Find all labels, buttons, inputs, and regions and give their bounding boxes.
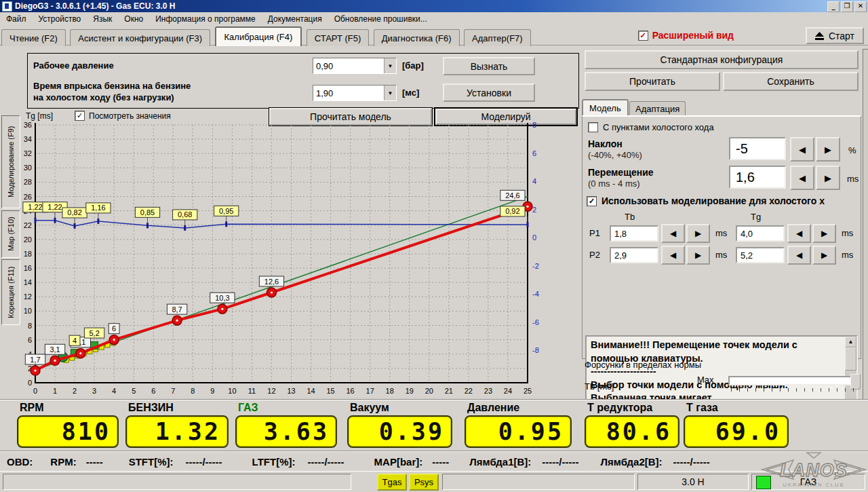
tb-max-slider-track[interactable] xyxy=(728,376,860,385)
close-button[interactable]: ✕ xyxy=(854,1,867,12)
slope-decrease-button[interactable]: ◀ xyxy=(790,137,814,162)
gauge-bar: RPM 810 БЕНЗИН 1.32 ГАЗ 3.63 Вакуум 0.39… xyxy=(0,399,868,451)
slope-increase-button[interactable]: ▶ xyxy=(816,137,840,162)
idle-points-label: С пунктами холостого хода xyxy=(603,122,714,132)
p2-tg-increase-button[interactable]: ▶ xyxy=(812,246,836,265)
p1-tb-input[interactable] xyxy=(610,225,658,242)
chevron-down-icon[interactable]: ▼ xyxy=(384,86,396,100)
shift-input[interactable] xyxy=(729,166,786,189)
svg-text:21: 21 xyxy=(445,387,453,395)
standard-config-button[interactable]: Стандартная конфигурация xyxy=(585,50,859,69)
slope-label: Наклон xyxy=(588,138,623,149)
gauge-reducer-temp: Т редуктора 80.6 xyxy=(585,402,679,448)
svg-text:1,16: 1,16 xyxy=(91,204,105,212)
menu-firmware-update[interactable]: Обновление прошивки... xyxy=(328,13,433,25)
tab-reading[interactable]: Чтение (F2) xyxy=(1,29,66,46)
p1-tg-decrease-button[interactable]: ◀ xyxy=(787,224,811,243)
tab-model[interactable]: Модель xyxy=(582,99,629,116)
eject-icon xyxy=(815,32,824,40)
svg-text:0: 0 xyxy=(28,379,32,387)
working-pressure-input[interactable] xyxy=(313,58,384,73)
shift-unit-label: ms xyxy=(847,174,859,184)
fuel-mode-label: ГАЗ xyxy=(800,476,816,487)
svg-text:25: 25 xyxy=(524,387,532,395)
menu-about[interactable]: Информация о программе xyxy=(149,13,262,25)
svg-text:12: 12 xyxy=(24,292,32,301)
calibration-chart[interactable]: 0246810121416182022242628303234360123456… xyxy=(20,121,559,398)
read-button[interactable]: Прочитать xyxy=(585,72,720,91)
gauge-gas: ГАЗ 3.63 xyxy=(235,402,337,448)
gauge-gas-temp: Т газа 69.0 xyxy=(684,402,789,448)
p1-tb-increase-button[interactable]: ▶ xyxy=(686,224,710,243)
fuel-mode-cell: ГАЗ xyxy=(751,474,865,490)
menu-docs[interactable]: Документация xyxy=(262,13,328,25)
model-panel: Стандартная конфигурация Прочитать Сохра… xyxy=(580,49,868,399)
side-tab-modeling[interactable]: Моделирование (F9) xyxy=(1,115,20,208)
svg-text:8: 8 xyxy=(28,322,32,330)
svg-text:11: 11 xyxy=(248,387,256,395)
recall-button[interactable]: Вызнать xyxy=(443,57,535,75)
p2-tb-decrease-button[interactable]: ◀ xyxy=(661,246,685,265)
tgas-button[interactable]: Tgas xyxy=(377,474,407,491)
p1-tg-input[interactable] xyxy=(736,225,785,242)
p2-tg-decrease-button[interactable]: ◀ xyxy=(787,246,811,265)
svg-text:0,68: 0,68 xyxy=(178,210,192,219)
side-tab-map[interactable]: Map (F10) xyxy=(1,210,20,258)
window-title: DiegoG3 - 3.0.6.1 (+1.45) - Gas ECU: 3.0… xyxy=(15,1,175,11)
tab-adapter[interactable]: Адаптер(F7) xyxy=(464,29,531,46)
menu-file[interactable]: Файл xyxy=(0,13,33,25)
extended-view-checkbox[interactable]: ✓ xyxy=(638,31,648,41)
save-button[interactable]: Сохранить xyxy=(723,72,859,91)
tab-assistant[interactable]: Асистент и конфигурации (F3) xyxy=(70,29,210,46)
menu-window[interactable]: Окно xyxy=(118,13,149,25)
svg-text:5: 5 xyxy=(132,387,136,395)
injection-unit-label: [мс] xyxy=(402,88,419,98)
use-modeling-checkbox[interactable]: ✓ xyxy=(587,196,597,206)
tab-diagnostics[interactable]: Диагностика (F6) xyxy=(374,29,460,46)
maximize-button[interactable]: ❐ xyxy=(841,1,853,12)
svg-text:10: 10 xyxy=(228,387,236,395)
p1-tg-increase-button[interactable]: ▶ xyxy=(812,224,836,243)
tab-start[interactable]: СТАРТ (F5) xyxy=(307,29,370,46)
settings-button[interactable]: Установки xyxy=(443,83,535,102)
svg-text:6: 6 xyxy=(28,336,32,344)
menu-bar: Файл Устройство Язык Окно Информация о п… xyxy=(0,12,868,26)
tab-calibration[interactable]: Калибрация (F4) xyxy=(215,26,302,46)
svg-text:17: 17 xyxy=(366,387,374,395)
psys-button[interactable]: Psys xyxy=(409,474,439,491)
minimize-button[interactable]: _ xyxy=(827,1,840,12)
gauge-label: RPM xyxy=(20,402,119,414)
side-tab-correction[interactable]: Корекция (F11) xyxy=(1,259,20,325)
injection-time-input[interactable] xyxy=(313,86,384,100)
gauge-value: 0.95 xyxy=(465,415,572,448)
obd-lambda1-label: Лямбда1[B]: xyxy=(469,456,531,468)
tab-adaptation[interactable]: Адаптация xyxy=(629,101,686,116)
menu-device[interactable]: Устройство xyxy=(33,13,87,25)
tg-column-header: Tg xyxy=(751,212,761,222)
idle-points-checkbox[interactable] xyxy=(588,122,598,132)
shift-decrease-button[interactable]: ◀ xyxy=(790,166,814,190)
start-button[interactable]: Старт xyxy=(806,27,864,44)
obd-map-value: ----- xyxy=(432,456,449,468)
svg-text:0,92: 0,92 xyxy=(505,207,519,215)
p1-tb-decrease-button[interactable]: ◀ xyxy=(661,224,685,243)
scrollbar-thumb[interactable] xyxy=(845,347,856,371)
tb-max-slider-handle[interactable] xyxy=(850,374,861,390)
svg-text:0: 0 xyxy=(33,387,37,395)
p2-tb-increase-button[interactable]: ▶ xyxy=(686,246,710,265)
gauge-vacuum: Вакуум 0.39 xyxy=(347,402,452,448)
p2-tb-input[interactable] xyxy=(610,247,658,263)
shift-increase-button[interactable]: ▶ xyxy=(816,166,840,190)
p2-tg-input[interactable] xyxy=(736,247,785,263)
pressure-form: Рабочее давление ▼ [бар] Вызнать Время в… xyxy=(27,53,579,109)
show-values-checkbox[interactable]: ✓ xyxy=(75,111,85,121)
svg-text:8: 8 xyxy=(532,121,536,129)
svg-text:19: 19 xyxy=(406,387,414,395)
gas-active-indicator xyxy=(756,476,771,489)
svg-text:3: 3 xyxy=(92,387,96,395)
menu-language[interactable]: Язык xyxy=(87,13,118,25)
chevron-down-icon[interactable]: ▼ xyxy=(384,58,396,73)
svg-text:26: 26 xyxy=(24,193,32,201)
scroll-up-icon[interactable]: ▲ xyxy=(845,337,856,347)
slope-input[interactable] xyxy=(729,137,786,160)
